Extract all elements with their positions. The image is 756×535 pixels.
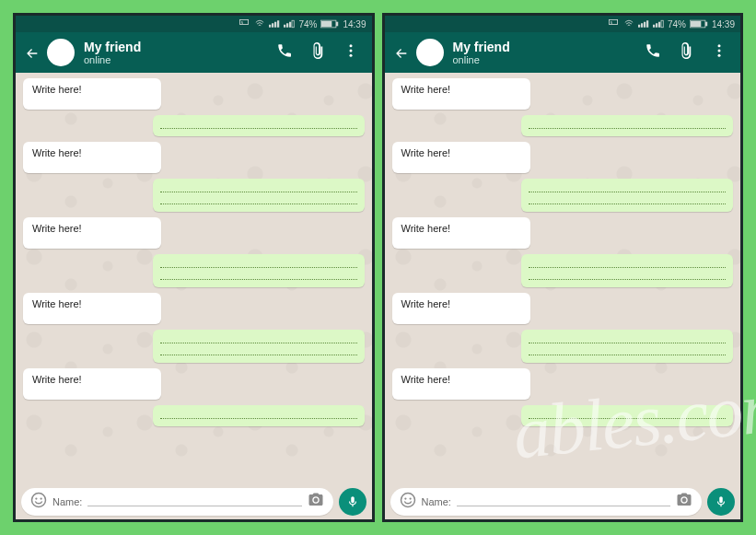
svg-rect-12	[336, 22, 338, 27]
input-bar: Name:	[385, 484, 741, 519]
contact-info[interactable]: My friend online	[453, 40, 636, 65]
signal-icon-2	[284, 19, 295, 29]
svg-rect-21	[638, 25, 640, 28]
menu-icon[interactable]	[711, 42, 727, 63]
svg-point-13	[349, 44, 352, 47]
svg-point-16	[32, 494, 46, 507]
call-icon[interactable]	[276, 42, 293, 63]
outgoing-bubble[interactable]	[521, 179, 733, 212]
mic-button[interactable]	[339, 488, 366, 516]
outgoing-bubble[interactable]	[521, 330, 733, 363]
incoming-bubble[interactable]: Write here!	[23, 293, 161, 324]
back-icon[interactable]	[25, 46, 38, 59]
svg-point-14	[349, 50, 352, 52]
phone-left: N 74% 14:39 My friend online Write here!…	[13, 13, 375, 522]
outgoing-bubble[interactable]	[153, 254, 365, 287]
outgoing-bubble[interactable]	[521, 115, 733, 136]
avatar[interactable]	[416, 39, 444, 66]
svg-text:N: N	[241, 21, 244, 25]
svg-rect-26	[656, 23, 657, 28]
svg-rect-6	[284, 25, 285, 28]
svg-rect-9	[292, 20, 294, 28]
svg-point-35	[401, 494, 414, 507]
input-bar: Name:	[16, 484, 372, 519]
contact-name: My friend	[84, 40, 267, 54]
time-text: 14:39	[343, 19, 366, 29]
name-line	[87, 497, 301, 506]
back-icon[interactable]	[394, 46, 407, 59]
svg-point-15	[349, 54, 352, 57]
chat-header: My friend online	[385, 32, 741, 73]
incoming-bubble[interactable]: Write here!	[23, 217, 161, 249]
mic-button[interactable]	[707, 488, 735, 516]
outgoing-bubble[interactable]	[153, 330, 365, 363]
chat-area: Write here! Write here! Write here! Writ…	[385, 73, 741, 484]
svg-rect-25	[653, 25, 655, 28]
svg-rect-4	[274, 22, 276, 28]
contact-name: My friend	[453, 40, 636, 54]
message-input[interactable]: Name:	[21, 488, 333, 516]
incoming-bubble[interactable]: Write here!	[23, 78, 161, 110]
contact-info[interactable]: My friend online	[84, 40, 267, 65]
svg-rect-3	[272, 23, 273, 28]
svg-rect-30	[691, 21, 702, 27]
svg-rect-31	[705, 22, 707, 27]
message-input[interactable]: Name:	[390, 488, 703, 516]
svg-point-17	[35, 497, 37, 499]
svg-rect-23	[644, 22, 646, 28]
battery-icon	[320, 19, 339, 29]
incoming-bubble[interactable]: Write here!	[392, 293, 530, 324]
wifi-icon	[623, 19, 634, 29]
outgoing-bubble[interactable]	[521, 405, 733, 426]
svg-point-34	[718, 54, 721, 57]
emoji-icon[interactable]	[400, 492, 416, 512]
emoji-icon[interactable]	[30, 492, 47, 512]
svg-rect-11	[321, 21, 332, 27]
camera-icon[interactable]	[676, 492, 692, 512]
outgoing-bubble[interactable]	[153, 405, 365, 426]
svg-rect-22	[641, 23, 643, 28]
battery-text: 74%	[668, 19, 686, 29]
svg-point-18	[41, 497, 42, 499]
signal-icon	[638, 19, 649, 29]
outgoing-bubble[interactable]	[153, 115, 365, 136]
contact-status: online	[84, 54, 267, 65]
status-bar: N 74% 14:39	[16, 16, 372, 32]
phone-right: N 74% 14:39 My friend online Write here!…	[382, 13, 744, 522]
incoming-bubble[interactable]: Write here!	[23, 142, 161, 173]
call-icon[interactable]	[645, 42, 661, 63]
battery-text: 74%	[298, 19, 317, 29]
incoming-bubble[interactable]: Write here!	[392, 142, 530, 173]
outgoing-bubble[interactable]	[521, 254, 733, 287]
wifi-icon	[254, 19, 265, 29]
avatar[interactable]	[47, 39, 75, 66]
chat-header: My friend online	[16, 32, 372, 73]
name-label: Name:	[52, 496, 82, 507]
battery-icon	[690, 19, 708, 29]
svg-point-32	[718, 44, 721, 47]
incoming-bubble[interactable]: Write here!	[392, 368, 530, 400]
incoming-bubble[interactable]: Write here!	[392, 78, 530, 110]
svg-rect-8	[289, 22, 291, 28]
signal-icon-2	[653, 19, 664, 29]
outgoing-bubble[interactable]	[153, 179, 365, 212]
contact-status: online	[453, 54, 636, 65]
status-bar: N 74% 14:39	[385, 16, 741, 32]
menu-icon[interactable]	[343, 42, 359, 63]
name-line	[457, 497, 670, 506]
attach-icon[interactable]	[678, 42, 694, 63]
nfc-icon: N	[238, 19, 250, 29]
incoming-bubble[interactable]: Write here!	[392, 217, 530, 249]
svg-rect-28	[661, 20, 663, 28]
signal-icon	[269, 19, 280, 29]
camera-icon[interactable]	[308, 492, 324, 512]
attach-icon[interactable]	[309, 42, 326, 63]
name-label: Name:	[422, 496, 451, 507]
svg-rect-24	[646, 20, 648, 28]
svg-point-36	[404, 497, 406, 499]
svg-rect-7	[286, 23, 288, 28]
nfc-icon: N	[607, 19, 620, 29]
svg-point-37	[409, 497, 411, 499]
svg-rect-27	[658, 22, 660, 28]
incoming-bubble[interactable]: Write here!	[23, 368, 161, 400]
